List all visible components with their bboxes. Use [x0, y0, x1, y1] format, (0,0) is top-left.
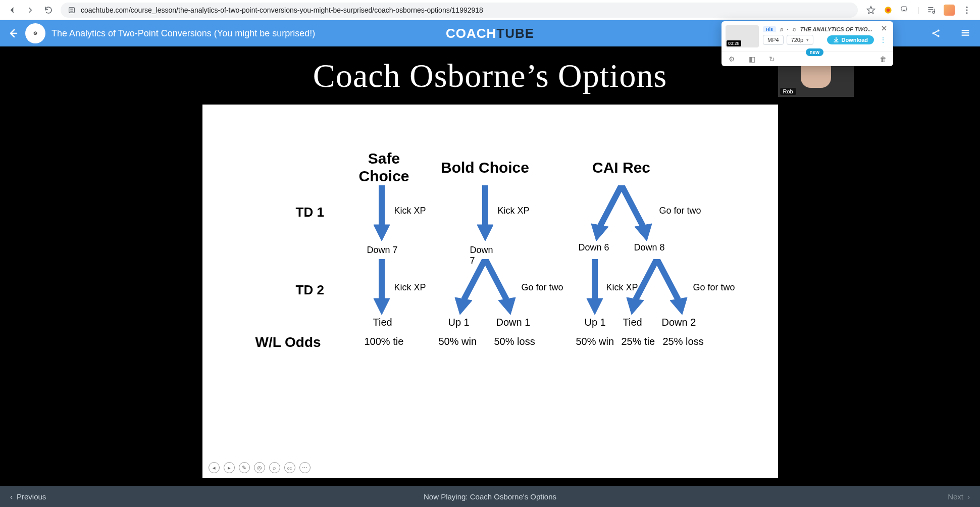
- address-bar[interactable]: coachtube.com/course_lesson/the-analytic…: [61, 3, 858, 18]
- svg-point-13: [932, 32, 934, 34]
- site-logo[interactable]: COACHTUBE: [446, 26, 534, 41]
- browser-toolbar: coachtube.com/course_lesson/the-analytic…: [0, 0, 980, 20]
- next-lesson-button[interactable]: Next ›: [948, 492, 970, 501]
- now-playing: Now Playing: Coach Osborne's Options: [424, 492, 556, 501]
- forward-button[interactable]: [24, 4, 36, 16]
- svg-line-35: [622, 185, 643, 226]
- odds-bold-loss: 50% loss: [494, 336, 535, 347]
- ctrl-prev[interactable]: ◂: [209, 462, 220, 473]
- svg-marker-34: [591, 224, 608, 241]
- odds-cai-win: 50% win: [576, 336, 614, 347]
- download-title-prefix: ♬ · ♫: [779, 26, 797, 32]
- dl-delete-button[interactable]: 🗑: [879, 55, 887, 63]
- svg-marker-42: [670, 297, 687, 315]
- arrow-bold-td2-split: [450, 259, 521, 315]
- dl-panel-button[interactable]: ◧: [748, 55, 756, 63]
- dl-settings-button[interactable]: ⚙: [728, 55, 736, 63]
- bookmark-button[interactable]: [866, 5, 876, 15]
- svg-line-16: [934, 31, 937, 33]
- slide: Coach Osborne’s Options Rob Safe Choice …: [202, 46, 778, 486]
- outcome-cai-c: Down 2: [662, 317, 696, 328]
- svg-point-10: [966, 9, 968, 11]
- reading-list-button[interactable]: [926, 5, 937, 15]
- download-thumbnail[interactable]: 03:28: [726, 25, 759, 47]
- app-back-button[interactable]: [0, 20, 25, 46]
- download-button[interactable]: Download: [827, 35, 874, 44]
- svg-point-15: [938, 35, 940, 37]
- outcome-cai-b: Tied: [623, 317, 642, 328]
- download-format-select[interactable]: MP4: [763, 35, 784, 45]
- dots-vertical-icon: [962, 5, 972, 15]
- row-label-td2: TD 2: [296, 282, 324, 298]
- reload-icon: [44, 6, 53, 15]
- svg-marker-26: [374, 298, 390, 315]
- svg-marker-38: [587, 298, 603, 315]
- ctrl-zoom[interactable]: ⌕: [269, 462, 280, 473]
- ctrl-more[interactable]: ⋯: [299, 462, 311, 473]
- arrow-left-icon: [7, 27, 19, 39]
- download-more-button[interactable]: ⋮: [877, 36, 889, 43]
- svg-marker-30: [455, 297, 472, 315]
- logo-part-2: TUBE: [496, 26, 534, 41]
- arrow-bold-td1: [475, 185, 495, 241]
- list-music-icon: [926, 5, 937, 15]
- outcome-bold-win: Up 1: [448, 317, 470, 328]
- svg-point-9: [966, 6, 968, 8]
- arrow-safe-td2: [372, 259, 392, 315]
- download-duration: 03:28: [727, 40, 741, 46]
- svg-point-11: [966, 12, 968, 14]
- arrow-safe-td1: [372, 185, 392, 241]
- label-safe-td1-action: Kick XP: [394, 206, 426, 216]
- chevron-right-icon: ›: [967, 492, 970, 501]
- slide-title: Coach Osborne’s Options: [202, 46, 778, 95]
- profile-avatar[interactable]: [944, 5, 955, 16]
- svg-rect-0: [69, 7, 75, 13]
- previous-lesson-button[interactable]: ‹ Previous: [10, 492, 46, 501]
- odds-cai-loss: 25% loss: [663, 336, 704, 347]
- lesson-nav-bar: ‹ Previous Now Playing: Coach Osborne's …: [0, 486, 980, 507]
- extension-button[interactable]: [883, 5, 893, 15]
- logo-part-1: COACH: [446, 26, 496, 41]
- svg-line-17: [934, 34, 937, 36]
- ctrl-captions[interactable]: ㏄: [284, 462, 295, 473]
- video-area: Coach Osborne’s Options Rob Safe Choice …: [0, 46, 980, 486]
- download-icon: [833, 37, 839, 43]
- svg-marker-40: [627, 297, 644, 315]
- extensions-button[interactable]: [900, 5, 910, 15]
- puzzle-icon: [900, 5, 910, 15]
- svg-marker-32: [498, 297, 515, 315]
- col-header-cai: CAI Rec: [576, 159, 667, 176]
- slide-content: Safe Choice Bold Choice CAI Rec TD 1 TD …: [202, 105, 778, 478]
- label-bold-td1-action: Kick XP: [498, 206, 530, 216]
- ctrl-next[interactable]: ▸: [224, 462, 235, 473]
- share-button[interactable]: [921, 20, 951, 46]
- svg-marker-28: [477, 225, 493, 241]
- back-button[interactable]: [6, 4, 18, 16]
- course-logo[interactable]: ⚙: [25, 23, 45, 43]
- download-button-label: Download: [841, 37, 868, 43]
- next-label: Next: [948, 492, 963, 501]
- label-safe-td2-action: Kick XP: [394, 282, 426, 293]
- more-button[interactable]: [962, 5, 972, 15]
- outcome-bold-loss: Down 1: [496, 317, 531, 328]
- ctrl-laser[interactable]: ◎: [254, 462, 265, 473]
- ctrl-pen[interactable]: ✎: [239, 462, 250, 473]
- label-cai-td1-action: Go for two: [659, 206, 701, 216]
- row-label-odds: W/L Odds: [255, 334, 321, 350]
- extension-color-icon: [883, 5, 893, 15]
- outcome-cai-a: Up 1: [585, 317, 606, 328]
- state-bold-after-td1: Down 7: [470, 245, 495, 266]
- arrow-cai-td2-left: [585, 259, 605, 315]
- browser-right-icons: |: [864, 5, 974, 16]
- now-playing-prefix: Now Playing:: [424, 492, 470, 501]
- col-header-bold: Bold Choice: [430, 159, 541, 176]
- download-quality-select[interactable]: 720p ▾: [787, 35, 813, 45]
- url-text: coachtube.com/course_lesson/the-analytic…: [81, 6, 483, 14]
- label-cai-td2-left-action: Kick XP: [606, 282, 638, 293]
- dl-history-button[interactable]: ↻: [768, 55, 776, 63]
- svg-marker-36: [635, 224, 652, 241]
- odds-bold-win: 50% win: [439, 336, 477, 347]
- download-close-button[interactable]: [879, 25, 889, 33]
- reload-button[interactable]: [42, 4, 55, 16]
- lesson-list-button[interactable]: [951, 20, 980, 46]
